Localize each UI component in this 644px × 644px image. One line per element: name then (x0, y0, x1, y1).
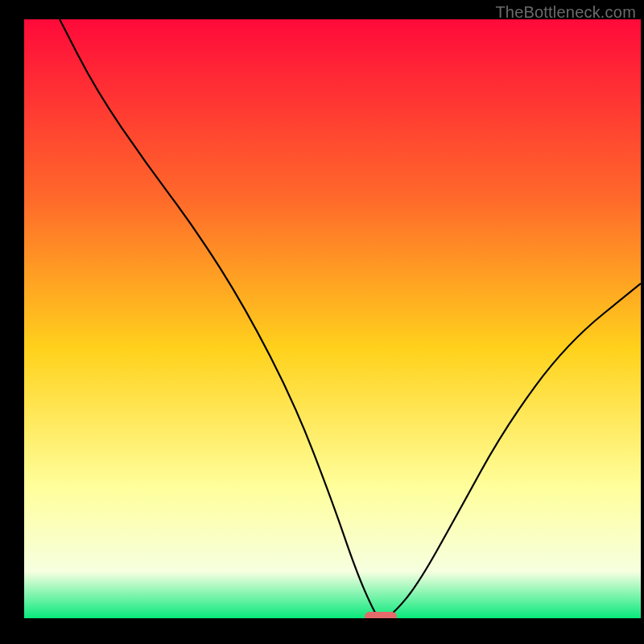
plot-area (23, 19, 641, 620)
x-axis (23, 618, 641, 620)
chart-container: TheBottleneck.com (0, 0, 644, 644)
y-axis (23, 19, 24, 620)
bottleneck-curve (23, 19, 641, 620)
watermark-text: TheBottleneck.com (495, 3, 636, 22)
